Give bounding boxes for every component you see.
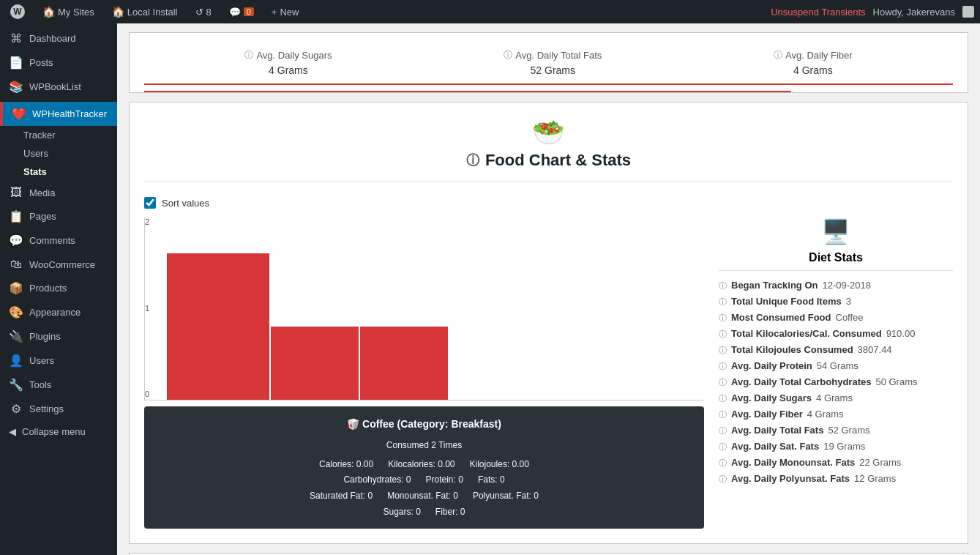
sidebar-plugins-label: Plugins [29,331,61,342]
diet-stats-title: Diet Stats [719,251,953,271]
sidebar-item-appearance[interactable]: 🎨 Appearance [0,300,117,324]
sidebar-sub-stats[interactable]: Stats [0,163,117,181]
plugins-icon: 🔌 [9,329,23,343]
sidebar-item-wpbooklist[interactable]: 📚 WPBookList [0,75,117,99]
sidebar-item-media[interactable]: 🖼 Media [0,181,117,204]
comments-count: 0 [244,7,254,16]
y-label-max: 2 [145,217,149,226]
info-icon-sugars: ⓘ [244,49,253,62]
y-label-min: 0 [145,390,149,398]
comments-button[interactable]: 💬 0 [225,0,258,23]
comment-icon: 💬 [229,7,241,18]
sidebar-item-tools[interactable]: 🔧 Tools [0,373,117,397]
diet-stat-label: Avg. Daily Total Carbohydrates [731,376,871,387]
settings-icon: ⚙ [9,402,23,416]
bar-coffee[interactable] [167,253,269,400]
diet-stat-label: Avg. Daily Sat. Fats [731,441,819,452]
woocommerce-icon: 🛍 [9,258,23,271]
avg-daily-total-fats: ⓘ Avg. Daily Total Fats 52 Grams [504,49,602,76]
sidebar-item-plugins[interactable]: 🔌 Plugins [0,324,117,349]
tooltip-protein: Protein: 0 [426,472,463,488]
media-icon: 🖼 [9,186,23,199]
sidebar-sub-tracker[interactable]: Tracker [0,126,117,144]
diet-stat-value: 12 Grams [854,473,896,484]
tools-icon: 🔧 [9,378,23,392]
info-icon: ⓘ [719,361,727,372]
diet-stats-icon: 🖥️ [719,217,953,245]
bar-item3[interactable] [360,327,448,400]
howdy-text: Howdy, Jakerevans [873,7,955,18]
content-area: ⓘ Avg. Daily Sugars 4 Grams ⓘ Avg. Daily… [117,23,980,555]
diet-stat-value: 12-09-2018 [822,280,871,291]
diet-stat-row: ⓘ Began Tracking On 12-09-2018 [719,280,953,291]
sidebar-item-products[interactable]: 📦 Products [0,276,117,300]
new-content-button[interactable]: + New [267,0,304,23]
diet-stat-label: Avg. Daily Sugars [731,392,812,403]
diet-stat-value: 4 Grams [807,409,844,420]
diet-stat-row: ⓘ Total Kilocalories/Cal. Consumed 910.0… [719,328,953,340]
y-label-mid: 1 [145,304,149,313]
diet-stat-value: 910.00 [886,328,916,339]
wp-logo-icon: W [10,4,25,19]
diet-stat-label: Avg. Daily Total Fats [731,425,823,436]
section-divider [144,182,953,182]
sidebar-settings-label: Settings [29,403,64,414]
sidebar-collapse-button[interactable]: ◀ Collapse menu [0,421,117,442]
top-stats-row: ⓘ Avg. Daily Sugars 4 Grams ⓘ Avg. Daily… [144,42,953,85]
wp-logo-button[interactable]: W [6,0,29,23]
users-icon: 👤 [9,354,23,368]
sidebar-item-settings[interactable]: ⚙ Settings [0,397,117,421]
sort-values-checkbox[interactable] [144,197,156,209]
sidebar-item-posts[interactable]: 📄 Posts [0,51,117,75]
sidebar-item-woocommerce[interactable]: 🛍 WooCommerce [0,253,117,276]
diet-stat-value: 19 Grams [823,441,865,452]
unsuspend-button[interactable]: Unsuspend Transients [771,7,865,18]
tooltip-food-name: Coffee [362,418,394,430]
sidebar-top-section: ⌘ Dashboard 📄 Posts 📚 WPBookList [0,23,117,102]
wphealthtracker-icon: ❤️ [12,107,26,121]
tooltip-carbs: Carbohydrates: 0 [343,472,411,488]
tooltip-calories: Calories: 0.00 [319,457,373,473]
diet-stat-label: Total Unique Food Items [731,296,842,307]
diet-stat-value: 22 Grams [859,457,901,468]
my-sites-button[interactable]: 🏠 My Sites [38,0,99,23]
info-circle-icon: ⓘ [466,152,479,169]
comments-sidebar-icon: 💬 [9,234,23,247]
admin-bar: W 🏠 My Sites 🏠 Local Install ↺ 8 💬 0 + N… [0,0,980,23]
sidebar-item-wphealthtracker[interactable]: ❤️ WPHealthTracker [3,102,117,126]
diet-stat-value: 52 Grams [828,425,869,436]
chart-tooltip: 🥡 Coffee (Category: Breakfast) Consumed … [144,406,704,529]
diet-stat-row: ⓘ Avg. Daily Protein 54 Grams [719,360,953,372]
sidebar-item-comments[interactable]: 💬 Comments [0,228,117,253]
tooltip-sugars: Sugars: 0 [383,504,420,521]
sidebar-item-dashboard[interactable]: ⌘ Dashboard [0,26,117,51]
wpbooklist-icon: 📚 [9,80,23,94]
sidebar-sub-users[interactable]: Users [0,144,117,163]
info-icon: ⓘ [719,474,727,485]
bar-item2[interactable] [271,327,359,400]
avg-daily-sugars-label: ⓘ Avg. Daily Sugars [244,49,332,62]
chart-stats-layout: 2 1 0 🥡 [144,217,953,529]
sidebar-item-pages[interactable]: 📋 Pages [0,204,117,228]
tooltip-row-2: Carbohydrates: 0 Protein: 0 Fats: 0 [156,472,692,488]
sidebar-wphealthtracker-submenu: Tracker Users Stats [0,126,117,181]
sidebar-comments-label: Comments [29,235,75,246]
sidebar-item-users[interactable]: 👤 Users [0,349,117,373]
local-install-button[interactable]: 🏠 Local Install [108,0,182,23]
main-layout: ⌘ Dashboard 📄 Posts 📚 WPBookList ❤️ WPHe… [0,23,980,555]
y-axis-labels: 2 1 0 [145,217,149,400]
diet-stat-value: 3 [846,296,851,307]
sort-values-row: Sort values [144,197,953,209]
sidebar-collapse-label: Collapse menu [22,426,86,437]
info-icon: ⓘ [719,345,727,356]
sidebar-users-label: Users [29,355,54,366]
adminbar-right: Unsuspend Transients Howdy, Jakerevans [771,6,974,18]
diet-stat-row: ⓘ Avg. Daily Fiber 4 Grams [719,409,953,420]
sidebar-tools-label: Tools [29,379,51,390]
sidebar: ⌘ Dashboard 📄 Posts 📚 WPBookList ❤️ WPHe… [0,23,117,555]
new-label: New [280,7,299,18]
revisions-button[interactable]: ↺ 8 [191,0,216,23]
avg-daily-total-fats-label: ⓘ Avg. Daily Total Fats [504,49,602,62]
diet-stat-value: 4 Grams [816,392,853,403]
avg-daily-fiber-value: 4 Grams [774,64,853,76]
